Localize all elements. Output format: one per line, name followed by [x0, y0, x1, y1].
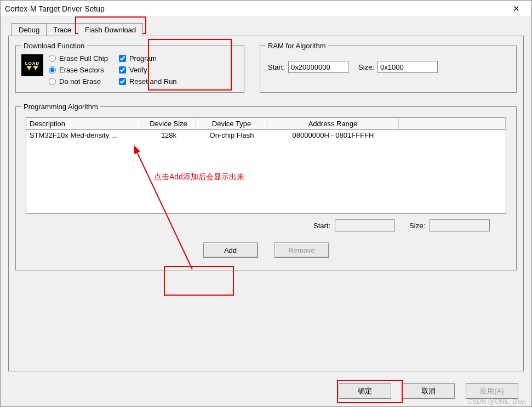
download-function-group: Download Function LOAD Erase Full Chip E…: [15, 42, 244, 93]
col-device-size[interactable]: Device Size: [141, 118, 196, 130]
ram-size-input[interactable]: [377, 61, 438, 73]
tab-trace[interactable]: Trace: [46, 23, 78, 36]
reset-run-checkbox[interactable]: Reset and Run: [119, 77, 177, 86]
algorithm-table[interactable]: Description Device Size Device Type Addr…: [26, 117, 506, 214]
tab-debug[interactable]: Debug: [12, 23, 47, 36]
tab-body: Download Function LOAD Erase Full Chip E…: [8, 36, 524, 371]
close-icon[interactable]: ✕: [505, 4, 527, 14]
add-button[interactable]: Add: [203, 242, 258, 258]
apply-button: 应用(A): [466, 383, 518, 399]
ram-start-label: Start:: [268, 63, 285, 71]
erase-sectors-radio[interactable]: Erase Sectors: [49, 66, 108, 74]
ok-button[interactable]: 确定: [339, 383, 391, 399]
prog-size-label: Size:: [409, 222, 425, 230]
cancel-button[interactable]: 取消: [402, 383, 455, 399]
ram-start-input[interactable]: [288, 61, 348, 73]
prog-start-label: Start:: [313, 222, 330, 230]
cell-size: 128k: [141, 130, 196, 140]
tab-flash-download[interactable]: Flash Download: [78, 23, 143, 36]
load-icon: LOAD: [21, 54, 43, 76]
erase-full-chip-radio[interactable]: Erase Full Chip: [49, 54, 108, 63]
tab-strip: Debug Trace Flash Download: [8, 22, 524, 36]
cell-range: 08000000H - 0801FFFFH: [267, 130, 399, 140]
table-row[interactable]: STM32F10x Med-density ... 128k On-chip F…: [26, 130, 506, 140]
titlebar: Cortex-M Target Driver Setup ✕: [1, 1, 531, 17]
col-spacer: [399, 118, 506, 130]
ram-algorithm-group: RAM for Algorithm Start: Size:: [260, 42, 517, 93]
verify-checkbox[interactable]: Verify: [119, 66, 177, 74]
window-title: Cortex-M Target Driver Setup: [5, 4, 505, 13]
remove-button: Remove: [274, 242, 329, 258]
col-address-range[interactable]: Address Range: [267, 118, 399, 130]
programming-algorithm-legend: Programming Algorithm: [21, 103, 100, 111]
content-area: Debug Trace Flash Download Download Func…: [1, 17, 531, 377]
program-checkbox[interactable]: Program: [119, 54, 177, 63]
programming-algorithm-group: Programming Algorithm Description Device…: [15, 103, 517, 270]
do-not-erase-radio[interactable]: Do not Erase: [49, 77, 108, 86]
cell-type: On-chip Flash: [196, 130, 267, 140]
col-device-type[interactable]: Device Type: [196, 118, 267, 130]
col-description[interactable]: Description: [26, 118, 141, 130]
dialog-window: Cortex-M Target Driver Setup ✕ Debug Tra…: [0, 0, 532, 407]
prog-start-input: [335, 219, 395, 231]
ram-size-label: Size:: [358, 63, 374, 71]
cell-description: STM32F10x Med-density ...: [26, 130, 141, 140]
prog-size-input: [430, 219, 490, 231]
ram-legend: RAM for Algorithm: [266, 42, 328, 50]
download-function-legend: Download Function: [21, 42, 87, 50]
watermark: CSDN @ONE_Day|: [467, 398, 526, 405]
